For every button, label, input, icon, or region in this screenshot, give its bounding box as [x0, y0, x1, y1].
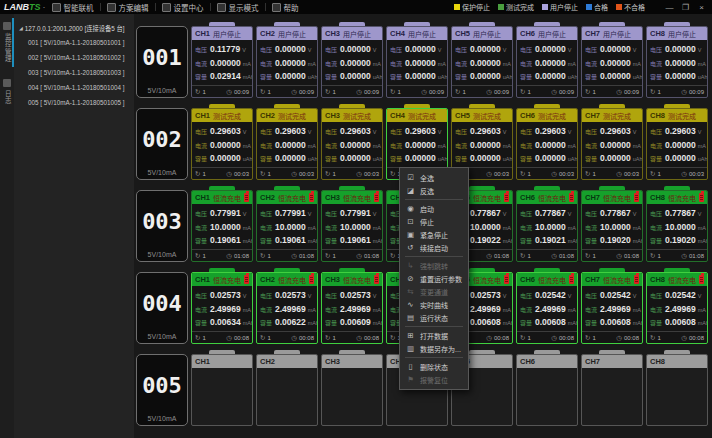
tree-item-003[interactable]: 003 [ 5V/10mA-1.1-20180501003 ]: [14, 65, 134, 80]
channel-001-ch4[interactable]: CH4用户停止电压0.00000V电流0.00000mA容量0.00000uAh…: [386, 22, 448, 98]
cycle-count: 1: [267, 253, 270, 259]
menu-item-start[interactable]: ◉启动: [400, 202, 468, 215]
current-value: 0.00000: [470, 58, 501, 68]
tree-root-node[interactable]: ◢ 127.0.0.1:2001,2000 [连接设备5 台]: [14, 21, 134, 35]
channel-005-ch3[interactable]: CH3: [321, 350, 383, 426]
current-row: 电流0.00000mA: [585, 58, 639, 68]
channel-002-ch6[interactable]: CH6测试完成电压0.29603V电流0.00000mA容量0.00000uAh…: [516, 104, 578, 180]
channel-005-ch1[interactable]: CH1: [191, 350, 253, 426]
tree-item-004[interactable]: 004 [ 5V/10mA-1.1-20180501004 ]: [14, 80, 134, 95]
capacity-label: 容量: [650, 154, 663, 163]
channel-footer: ↻1◷00:08: [257, 331, 317, 343]
channel-003-ch8[interactable]: CH8恒流充电电压0.77867V电流10.0000mA容量0.19020mAh…: [646, 186, 708, 262]
minimize-button[interactable]: —: [663, 2, 676, 13]
menu-item-open-data[interactable]: ⊞打开数据: [400, 329, 468, 342]
channel-001-ch7[interactable]: CH7用户停止电压0.00000V电流0.00000mA容量0.00000uAh…: [581, 22, 643, 98]
channel-003-ch6[interactable]: CH6恒流充电电压0.77867V电流10.0000mA容量0.19021mAh…: [516, 186, 578, 262]
channel-header: CH6: [517, 355, 577, 368]
device-display-004[interactable]: 0045V/10mA: [136, 272, 188, 344]
channel-001-ch2[interactable]: CH2用户停止电压0.00000V电流0.00000mA容量0.00000uAh…: [256, 22, 318, 98]
voltage-value: 0.77991: [340, 208, 371, 218]
channel-005-ch6[interactable]: CH6: [516, 350, 578, 426]
menu-item-select-all[interactable]: ☑全选: [400, 171, 468, 184]
channel-001-ch1[interactable]: CH1用户停止电压0.11779V电流0.00000mA容量0.02914mAh…: [191, 22, 253, 98]
legend-protect-stop: 保护停止: [454, 2, 490, 12]
menu-smart-connect[interactable]: 智能联机: [52, 2, 94, 13]
tree-item-001[interactable]: 001 [ 5V/10mA-1.1-20180501001 ]: [14, 35, 134, 50]
capacity-unit: mAh: [698, 320, 708, 326]
capacity-label: 容量: [195, 318, 208, 327]
channel-005-ch7[interactable]: CH7: [581, 350, 643, 426]
voltage-value: 0.29603: [470, 126, 501, 136]
channel-002-ch2[interactable]: CH2测试完成电压0.29603V电流0.00000mA容量0.00000uAh…: [256, 104, 318, 180]
channel-004-ch7[interactable]: CH7恒流充电电压0.02542V电流2.49969mA容量0.00608mAh…: [581, 268, 643, 344]
current-label: 电流: [650, 305, 663, 314]
clock-icon: ◷: [616, 170, 622, 178]
restore-button[interactable]: ❐: [679, 2, 692, 13]
voltage-unit: V: [243, 211, 247, 217]
tree-item-005[interactable]: 005 [ 5V/10mA-1.1-20180501005 ]: [14, 95, 134, 110]
channel-003-ch1[interactable]: CH1恒流充电电压0.77991V电流10.0000mA容量0.19061mAh…: [191, 186, 253, 262]
close-button[interactable]: ×: [695, 2, 708, 13]
channel-footer: ↻1◷00:03: [322, 167, 382, 179]
channel-004-ch2[interactable]: CH2恒流充电电压0.02573V电流2.49969mA容量0.00622mAh…: [256, 268, 318, 344]
channel-003-ch7[interactable]: CH7恒流充电电压0.77867V电流10.0000mA容量0.19020mAh…: [581, 186, 643, 262]
channel-footer: ↻1◷01:08: [647, 249, 707, 261]
capacity-unit: mAh: [633, 238, 643, 244]
channel-001-ch6[interactable]: CH6用户停止电压0.00000V电流0.00000mA容量0.00000uAh…: [516, 22, 578, 98]
channel-001-ch8[interactable]: CH8用户停止电压0.00000V电流0.00000mA容量0.00000uAh…: [646, 22, 708, 98]
channel-004-ch6[interactable]: CH6恒流充电电压0.02542V电流2.49969mA容量0.00608mAh…: [516, 268, 578, 344]
channel-003-ch2[interactable]: CH2恒流充电电压0.77991V电流10.0000mA容量0.19061mAh…: [256, 186, 318, 262]
channel-name: CH7: [585, 193, 600, 202]
channel-004-ch1[interactable]: CH1恒流充电电压0.02573V电流2.49969mA容量0.00634mAh…: [191, 268, 253, 344]
device-display-003[interactable]: 0035V/10mA: [136, 190, 188, 262]
menu-item-stop[interactable]: ⊡停止: [400, 215, 468, 228]
current-unit: mA: [698, 307, 706, 313]
menu-item-delete-status[interactable]: ▯删除状态: [400, 360, 468, 373]
voltage-row: 电压0.29603V: [390, 126, 444, 136]
tree-item-002[interactable]: 002 [ 5V/10mA-1.1-20180501002 ]: [14, 50, 134, 65]
menu-item-emergency-stop[interactable]: ▣紧急停止: [400, 228, 468, 241]
clock-icon: ◷: [356, 170, 362, 178]
capacity-value: 0.00000: [665, 153, 696, 163]
channel-002-ch8[interactable]: CH8测试完成电压0.29603V电流0.00000mA容量0.00000uAh…: [646, 104, 708, 180]
menu-help[interactable]: 帮助: [272, 2, 299, 13]
device-display-001[interactable]: 0015V/10mA: [136, 26, 188, 98]
current-value: 0.00000: [535, 58, 566, 68]
tab-log[interactable]: 日志: [3, 77, 11, 107]
channel-card: CH3恒流充电电压0.77991V电流10.0000mA容量0.19061mAh…: [321, 190, 383, 262]
channel-002-ch7[interactable]: CH7测试完成电压0.29603V电流0.00000mA容量0.00000uAh…: [581, 104, 643, 180]
channel-005-ch8[interactable]: CH8: [646, 350, 708, 426]
menu-settings-center[interactable]: 设置中心: [162, 2, 204, 13]
current-unit: mA: [373, 61, 381, 67]
menu-item-resume-start[interactable]: ↺续接启动: [400, 241, 468, 254]
channel-status: 恒流充电: [603, 193, 631, 203]
menu-display-mode[interactable]: 显示模式: [217, 2, 259, 13]
channel-001-ch3[interactable]: CH3用户停止电压0.00000V电流0.00000mA容量0.00000uAh…: [321, 22, 383, 98]
voltage-label: 电压: [260, 127, 273, 136]
device-display-002[interactable]: 0025V/10mA: [136, 108, 188, 180]
tab-monitor[interactable]: 监控管理: [3, 20, 11, 65]
menu-plan-editor[interactable]: 方案编辑: [107, 2, 149, 13]
capacity-row: 容量0.00000uAh: [390, 71, 444, 81]
channel-001-ch5[interactable]: CH5用户停止电压0.00000V电流0.00000mA容量0.00000uAh…: [451, 22, 513, 98]
current-unit: mA: [243, 225, 251, 231]
channel-005-ch2[interactable]: CH2: [256, 350, 318, 426]
menu-item-save-data-as[interactable]: ▥数据另存为...: [400, 342, 468, 355]
emergency-stop-icon: ▣: [406, 230, 415, 239]
battery-charging-icon: [374, 275, 379, 284]
channel-002-ch3[interactable]: CH3测试完成电压0.29603V电流0.00000mA容量0.00000uAh…: [321, 104, 383, 180]
channel-004-ch8[interactable]: CH8恒流充电电压0.02542V电流2.49969mA容量0.00608mAh…: [646, 268, 708, 344]
channel-004-ch3[interactable]: CH3恒流充电电压0.02573V电流2.49969mA容量0.00609mAh…: [321, 268, 383, 344]
menu-item-realtime-curve[interactable]: ∿实时曲线: [400, 298, 468, 311]
menu-item-invert-select[interactable]: ◪反选: [400, 184, 468, 197]
voltage-label: 电压: [520, 291, 533, 300]
capacity-label: 容量: [325, 236, 338, 245]
menu-item-reset-run-params[interactable]: ⊘重置运行参数: [400, 272, 468, 285]
channel-003-ch3[interactable]: CH3恒流充电电压0.77991V电流10.0000mA容量0.19061mAh…: [321, 186, 383, 262]
capacity-unit: mAh: [503, 238, 513, 244]
help-icon: [272, 3, 281, 12]
menu-item-run-status[interactable]: ▤运行状态: [400, 311, 468, 324]
channel-002-ch1[interactable]: CH1测试完成电压0.29603V电流0.00000mA容量0.00000uAh…: [191, 104, 253, 180]
device-display-005[interactable]: 0055V/10mA: [136, 354, 188, 426]
